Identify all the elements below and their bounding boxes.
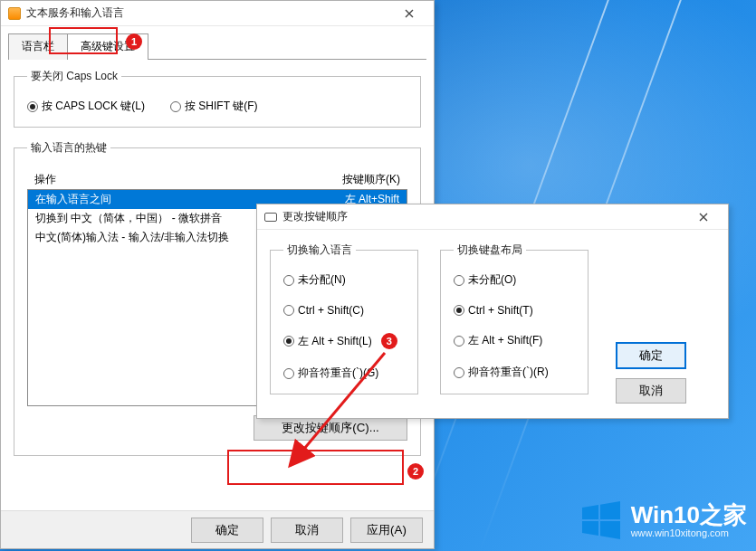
group-legend: 切换输入语言 xyxy=(283,242,356,258)
app-icon xyxy=(8,7,21,20)
svg-marker-3 xyxy=(600,521,620,539)
annotation-box-2 xyxy=(227,450,404,485)
radio-label: 按 SHIFT 键(F) xyxy=(185,99,257,114)
windows-logo-icon xyxy=(579,499,622,542)
radio-layout-grave[interactable]: 抑音符重音(`)(R) xyxy=(454,365,575,380)
ok-button[interactable]: 确定 xyxy=(191,518,263,543)
cancel-button[interactable]: 取消 xyxy=(271,518,343,543)
radio-label: 左 Alt + Shift(F) xyxy=(468,333,542,348)
close-icon[interactable] xyxy=(686,207,721,227)
radio-input-ctrlshift[interactable]: Ctrl + Shift(C) xyxy=(283,304,405,317)
titlebar[interactable]: 更改按键顺序 xyxy=(257,204,728,230)
dialog-footer: 确定 取消 应用(A) xyxy=(1,510,434,548)
hotkeys-legend: 输入语言的热键 xyxy=(27,140,110,156)
capslock-legend: 要关闭 Caps Lock xyxy=(27,69,121,84)
group-legend: 切换键盘布局 xyxy=(454,242,526,258)
col-action: 操作 xyxy=(34,172,342,187)
cancel-button[interactable]: 取消 xyxy=(616,378,686,404)
radio-label: 抑音符重音(`)(G) xyxy=(298,366,378,381)
radio-layout-ctrlshift[interactable]: Ctrl + Shift(T) xyxy=(454,304,575,317)
apply-button[interactable]: 应用(A) xyxy=(350,518,423,543)
radio-label: 未分配(N) xyxy=(298,272,346,288)
change-key-sequence-dialog: 更改按键顺序 切换输入语言 未分配(N) Ctrl + Shift(C) 左 A… xyxy=(256,204,729,419)
svg-marker-1 xyxy=(600,501,620,519)
annotation-box-1 xyxy=(49,27,118,54)
radio-caps-by-shift[interactable]: 按 SHIFT 键(F) xyxy=(170,99,257,114)
radio-label: 抑音符重音(`)(R) xyxy=(468,365,549,380)
radio-input-grave[interactable]: 抑音符重音(`)(G) xyxy=(283,366,405,381)
radio-layout-none[interactable]: 未分配(O) xyxy=(454,272,575,288)
switch-input-language-group: 切换输入语言 未分配(N) Ctrl + Shift(C) 左 Alt + Sh… xyxy=(270,242,418,394)
radio-label: 未分配(O) xyxy=(468,272,516,288)
window-title: 更改按键顺序 xyxy=(282,209,686,224)
annotation-badge-1: 1 xyxy=(126,33,142,50)
ok-button[interactable]: 确定 xyxy=(616,342,686,369)
annotation-badge-3: 3 xyxy=(381,333,397,349)
capslock-group: 要关闭 Caps Lock 按 CAPS LOCK 键(L) 按 SHIFT 键… xyxy=(14,69,421,128)
keyboard-icon xyxy=(264,213,277,222)
svg-marker-0 xyxy=(582,505,598,519)
titlebar[interactable]: 文本服务和输入语言 xyxy=(1,1,434,26)
switch-keyboard-layout-group: 切换键盘布局 未分配(O) Ctrl + Shift(T) 左 Alt + Sh… xyxy=(440,242,589,394)
annotation-badge-2: 2 xyxy=(407,463,424,480)
radio-input-altshift[interactable]: 左 Alt + Shift(L) 3 xyxy=(283,333,405,349)
close-icon[interactable] xyxy=(392,4,426,24)
hotkey-header: 操作 按键顺序(K) xyxy=(27,170,407,189)
watermark-brand: Win10之家 xyxy=(631,502,747,528)
radio-label: 按 CAPS LOCK 键(L) xyxy=(42,99,145,114)
window-title: 文本服务和输入语言 xyxy=(26,5,392,21)
svg-marker-2 xyxy=(582,521,598,536)
radio-label: Ctrl + Shift(C) xyxy=(298,304,364,317)
watermark-url: www.win10xitong.com xyxy=(631,527,747,538)
watermark: Win10之家 www.win10xitong.com xyxy=(579,499,747,542)
radio-input-none[interactable]: 未分配(N) xyxy=(283,272,405,288)
radio-label: Ctrl + Shift(T) xyxy=(468,304,533,317)
radio-layout-altshift[interactable]: 左 Alt + Shift(F) xyxy=(454,333,575,348)
radio-label: 左 Alt + Shift(L) xyxy=(298,334,372,349)
col-keys: 按键顺序(K) xyxy=(342,172,400,187)
radio-caps-by-capslock[interactable]: 按 CAPS LOCK 键(L) xyxy=(27,99,145,114)
